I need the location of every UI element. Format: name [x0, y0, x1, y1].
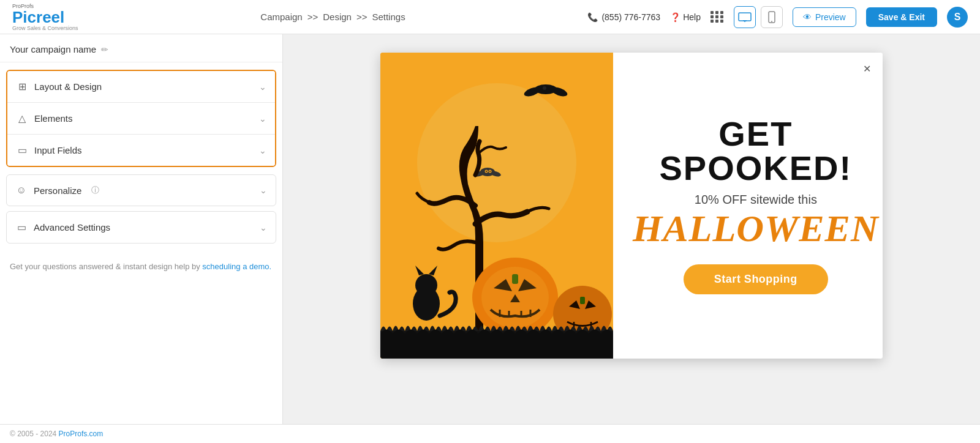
preview-button[interactable]: 👁 Preview: [793, 7, 856, 27]
accordion-elements: △ Elements ⌄: [7, 103, 275, 135]
breadcrumb-campaign[interactable]: Campaign: [260, 12, 302, 22]
svg-point-10: [543, 86, 546, 90]
logo-picreel: Picreel: [12, 9, 78, 25]
svg-point-19: [415, 274, 437, 296]
popup-subtext: 10% OFF sitewide this: [695, 193, 817, 207]
scheduling-demo-link[interactable]: scheduling a demo.: [202, 262, 271, 271]
orange-accordion-section: ⊞ Layout & Design ⌄ △ Elements ⌄: [6, 70, 276, 167]
eye-icon: 👁: [803, 12, 812, 22]
svg-point-4: [771, 21, 772, 22]
help-icon: ❓: [670, 12, 680, 22]
campaign-name: Your campaign name: [10, 44, 96, 54]
nav-right: 📞 (855) 776-7763 ❓ Help: [587, 6, 968, 28]
popup-close-button[interactable]: ✕: [858, 60, 875, 77]
main-area: Your campaign name ✏ ⊞ Layout & Design ⌄…: [0, 34, 980, 424]
sidebar-help-text: Get your questions answered & instant de…: [0, 248, 282, 285]
breadcrumb-settings[interactable]: Settings: [372, 12, 405, 22]
breadcrumb-sep1: >>: [307, 12, 318, 22]
popup-heading: GET SPOOKED!: [633, 117, 879, 185]
accordion-elements-header[interactable]: △ Elements ⌄: [7, 103, 275, 134]
accordion-layout-design: ⊞ Layout & Design ⌄: [7, 71, 275, 103]
mobile-icon[interactable]: [761, 6, 783, 28]
edit-campaign-name-icon[interactable]: ✏: [101, 45, 108, 54]
input-fields-icon: ▭: [16, 144, 28, 156]
advanced-settings-label: Advanced Settings: [34, 222, 110, 233]
logo: ProProfs Picreel Grow Sales & Conversion…: [12, 3, 78, 31]
phone-icon: 📞: [587, 12, 598, 22]
advanced-settings-icon: ▭: [15, 222, 28, 233]
accordion-personalize-section: ☺ Personalize ⓘ ⌄: [6, 174, 276, 206]
accordion-input-fields-header[interactable]: ▭ Input Fields ⌄: [7, 135, 275, 166]
svg-rect-0: [739, 13, 751, 21]
popup-illustration: [380, 53, 613, 359]
elements-chevron-icon: ⌄: [259, 114, 266, 124]
accordion-personalize-header[interactable]: ☺ Personalize ⓘ ⌄: [7, 175, 276, 206]
personalize-chevron-icon: ⌄: [260, 185, 267, 195]
footer-proprofs-link[interactable]: ProProfs.com: [59, 430, 104, 438]
popup-cta-button[interactable]: Start Shopping: [684, 264, 828, 294]
popup-halloween-text: HALLOWEEN: [633, 209, 879, 247]
input-fields-chevron-icon: ⌄: [259, 146, 266, 155]
phone-text: (855) 776-7763: [601, 12, 660, 22]
personalize-icon: ☺: [15, 185, 28, 196]
breadcrumb-design[interactable]: Design: [323, 12, 352, 22]
help-link[interactable]: ❓ Help: [670, 12, 701, 22]
footer-copyright: © 2005 - 2024: [10, 430, 59, 438]
footer: © 2005 - 2024 ProProfs.com: [0, 424, 980, 443]
svg-rect-33: [580, 297, 585, 304]
save-exit-button[interactable]: Save & Exit: [866, 7, 937, 27]
svg-point-31: [481, 267, 549, 328]
elements-icon: △: [16, 113, 28, 124]
preview-area: ✕: [283, 34, 980, 424]
layout-icon: ⊞: [16, 81, 28, 92]
user-avatar: S: [947, 7, 968, 28]
breadcrumb-sep2: >>: [356, 12, 368, 22]
accordion-input-fields: ▭ Input Fields ⌄: [7, 135, 275, 166]
personalize-info-icon: ⓘ: [91, 185, 99, 196]
help-text: Help: [683, 12, 701, 22]
svg-point-17: [489, 171, 491, 172]
desktop-icon[interactable]: [734, 6, 756, 28]
sidebar: Your campaign name ✏ ⊞ Layout & Design ⌄…: [0, 34, 283, 424]
elements-label: Elements: [34, 113, 73, 124]
svg-point-6: [417, 83, 576, 242]
breadcrumb: Campaign >> Design >> Settings: [260, 12, 405, 22]
campaign-name-row: Your campaign name ✏: [0, 34, 282, 62]
accordion-advanced-settings-header[interactable]: ▭ Advanced Settings ⌄: [7, 212, 276, 243]
layout-design-label: Layout & Design: [34, 81, 102, 92]
advanced-settings-chevron-icon: ⌄: [260, 223, 267, 233]
personalize-label: Personalize: [34, 185, 81, 196]
preview-label: Preview: [815, 12, 846, 22]
input-fields-label: Input Fields: [34, 145, 82, 155]
popup-preview: ✕: [380, 53, 883, 359]
popup-content: GET SPOOKED! 10% OFF sitewide this HALLO…: [613, 53, 883, 359]
help-text-content: Get your questions answered & instant de…: [10, 262, 202, 271]
phone-number: 📞 (855) 776-7763: [587, 12, 660, 22]
top-navigation: ProProfs Picreel Grow Sales & Conversion…: [0, 0, 980, 34]
apps-grid-icon[interactable]: [710, 11, 724, 23]
logo-tagline: Grow Sales & Conversions: [12, 25, 78, 31]
svg-point-16: [486, 171, 487, 172]
device-toggle: [734, 6, 783, 28]
layout-chevron-icon: ⌄: [259, 82, 266, 92]
accordion-layout-design-header[interactable]: ⊞ Layout & Design ⌄: [7, 71, 275, 102]
accordion-advanced-settings-section: ▭ Advanced Settings ⌄: [6, 211, 276, 244]
